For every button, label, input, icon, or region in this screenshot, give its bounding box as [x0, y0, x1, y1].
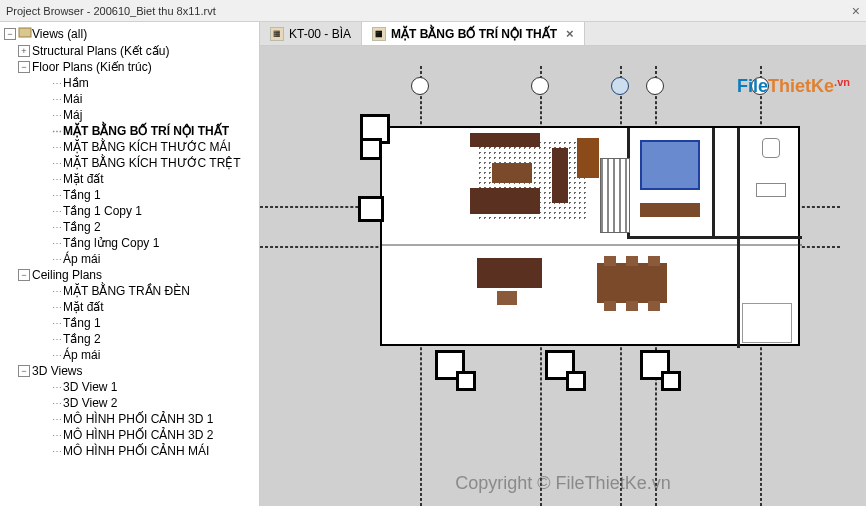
tree-label: Tầng 2 [63, 332, 101, 346]
tree-group[interactable]: −3D Views [0, 363, 259, 379]
column [456, 371, 476, 391]
furniture-sofa [470, 133, 540, 147]
tree-view-item[interactable]: ⋯MẶT BẰNG KÍCH THƯỚC TRỆT [0, 155, 259, 171]
tree-label: Máj [63, 108, 82, 122]
grid-bubble[interactable] [646, 77, 664, 95]
tree-connector: ⋯ [52, 286, 61, 297]
tab-label: MẶT BẰNG BỐ TRÍ NỘI THẤT [391, 27, 557, 41]
tree-view-item[interactable]: ⋯MẶT BẰNG BỐ TRÍ NỘI THẤT [0, 123, 259, 139]
tab-floorplan[interactable]: ▦ MẶT BẰNG BỐ TRÍ NỘI THẤT × [362, 22, 585, 45]
tree-root-toggle[interactable]: − Views (all) [0, 24, 259, 43]
tree-view-item[interactable]: ⋯MẶT BẰNG KÍCH THƯỚC MÁI [0, 139, 259, 155]
svg-rect-0 [19, 28, 31, 37]
tree-view-item[interactable]: ⋯3D View 2 [0, 395, 259, 411]
furniture-chair [604, 256, 616, 266]
tree-view-item[interactable]: ⋯Tầng 1 Copy 1 [0, 203, 259, 219]
tree-connector: ⋯ [52, 190, 61, 201]
tree-view-item[interactable]: ⋯MẶT BẰNG TRẦN ĐÈN [0, 283, 259, 299]
tree-view-item[interactable]: ⋯Tầng 2 [0, 331, 259, 347]
tree-label: Mặt đất [63, 300, 104, 314]
tree-connector: ⋯ [52, 350, 61, 361]
tree-connector: ⋯ [52, 318, 61, 329]
furniture-chair [648, 256, 660, 266]
tree-view-item[interactable]: ⋯3D View 1 [0, 379, 259, 395]
tree-label: 3D View 2 [63, 396, 117, 410]
tree-view-item[interactable]: ⋯MÔ HÌNH PHỐI CẢNH 3D 1 [0, 411, 259, 427]
tree-connector: ⋯ [52, 238, 61, 249]
toggle-icon[interactable]: − [4, 28, 16, 40]
tree-label: MẶT BẰNG KÍCH THƯỚC MÁI [63, 140, 231, 154]
tree-label: MÔ HÌNH PHỐI CẢNH 3D 2 [63, 428, 213, 442]
tree-label: Tầng lửng Copy 1 [63, 236, 159, 250]
tree-view-item[interactable]: ⋯Hầm [0, 75, 259, 91]
grid-bubble[interactable] [531, 77, 549, 95]
drawing-canvas[interactable]: FileThietKe.vn Copyright © FileThietKe.v… [260, 46, 866, 506]
toggle-icon[interactable]: + [18, 45, 30, 57]
tree-connector: ⋯ [52, 382, 61, 393]
tree-view-item[interactable]: ⋯Áp mái [0, 251, 259, 267]
tree-group[interactable]: −Floor Plans (Kiến trúc) [0, 59, 259, 75]
tree-group[interactable]: +Structural Plans (Kết cấu) [0, 43, 259, 59]
tree-connector: ⋯ [52, 446, 61, 457]
furniture-chair [604, 301, 616, 311]
tree-view-item[interactable]: ⋯Mặt đất [0, 171, 259, 187]
furniture-dresser [640, 203, 700, 217]
tree-connector: ⋯ [52, 158, 61, 169]
tree-view-item[interactable]: ⋯Tầng 1 [0, 187, 259, 203]
furniture-dining-table [597, 263, 667, 303]
kitchen-counter [742, 303, 792, 343]
tree-group[interactable]: −Ceiling Plans [0, 267, 259, 283]
tree-connector: ⋯ [52, 302, 61, 313]
grid-bubble[interactable] [411, 77, 429, 95]
tree-connector: ⋯ [52, 110, 61, 121]
tree-connector: ⋯ [52, 78, 61, 89]
grid-bubble[interactable] [611, 77, 629, 95]
tree-view-item[interactable]: ⋯MÔ HÌNH PHỐI CẢNH 3D 2 [0, 427, 259, 443]
tree-label: Mái [63, 92, 82, 106]
tree-connector: ⋯ [52, 142, 61, 153]
wall [712, 128, 715, 238]
tree-view-item[interactable]: ⋯Tầng 1 [0, 315, 259, 331]
tree-label: Tầng 1 [63, 316, 101, 330]
furniture-sofa [552, 148, 568, 203]
column [360, 138, 382, 160]
tree-connector: ⋯ [52, 430, 61, 441]
window-title: Project Browser - 200610_Biet thu 8x11.r… [6, 5, 216, 17]
tree-label: Floor Plans (Kiến trúc) [32, 60, 152, 74]
tree-view-item[interactable]: ⋯Tầng lửng Copy 1 [0, 235, 259, 251]
tree-connector: ⋯ [52, 126, 61, 137]
watermark-logo: FileThietKe.vn [737, 76, 850, 97]
close-icon[interactable]: × [566, 26, 574, 41]
tree-view-item[interactable]: ⋯Áp mái [0, 347, 259, 363]
toggle-icon[interactable]: − [18, 61, 30, 73]
tree-label: MẶT BẰNG TRẦN ĐÈN [63, 284, 190, 298]
tree-view-item[interactable]: ⋯Mái [0, 91, 259, 107]
tree-label: Mặt đất [63, 172, 104, 186]
sheet-icon: ▦ [270, 27, 284, 41]
tree-label: Tầng 2 [63, 220, 101, 234]
tree-label: MẶT BẰNG KÍCH THƯỚC TRỆT [63, 156, 241, 170]
tree-connector: ⋯ [52, 222, 61, 233]
furniture-sofa [470, 188, 540, 214]
folder-icon [18, 25, 32, 42]
toggle-icon[interactable]: − [18, 269, 30, 281]
tree-label: MẶT BẰNG BỐ TRÍ NỘI THẤT [63, 124, 229, 138]
tree-view-item[interactable]: ⋯MÔ HÌNH PHỐI CẢNH MÁI [0, 443, 259, 459]
close-icon[interactable]: × [852, 3, 860, 19]
furniture-bed [640, 140, 700, 190]
stair [600, 158, 630, 233]
tree-connector: ⋯ [52, 398, 61, 409]
watermark-copyright: Copyright © FileThietKe.vn [455, 473, 670, 494]
tree-label: Áp mái [63, 348, 100, 362]
tree-view-item[interactable]: ⋯Tầng 2 [0, 219, 259, 235]
view-tabs: ▦ KT-00 - BÌA ▦ MẶT BẰNG BỐ TRÍ NỘI THẤT… [260, 22, 866, 46]
furniture-chair [626, 256, 638, 266]
tree-label: Áp mái [63, 252, 100, 266]
project-browser-tree[interactable]: − Views (all)+Structural Plans (Kết cấu)… [0, 22, 260, 506]
toggle-icon[interactable]: − [18, 365, 30, 377]
tab-label: KT-00 - BÌA [289, 27, 351, 41]
tree-view-item[interactable]: ⋯Mặt đất [0, 299, 259, 315]
furniture-chair [626, 301, 638, 311]
tree-view-item[interactable]: ⋯Máj [0, 107, 259, 123]
tab-kt00[interactable]: ▦ KT-00 - BÌA [260, 22, 362, 45]
